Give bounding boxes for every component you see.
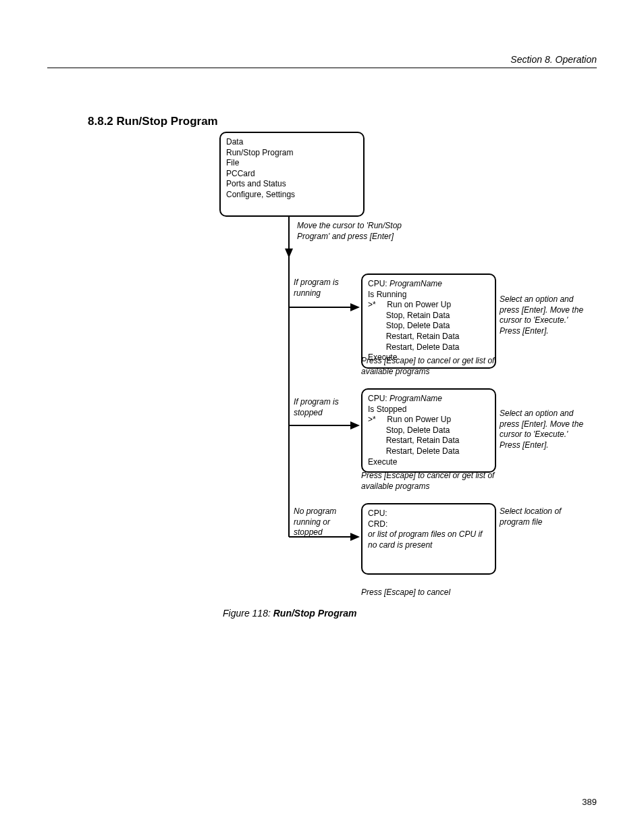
box-line: CPU: ProgramName	[368, 394, 489, 405]
box-line: CPU: ProgramName	[368, 279, 489, 290]
menu-item: File	[226, 158, 358, 169]
box-line: Stop, Delete Data	[368, 425, 489, 436]
page-number: 389	[582, 797, 597, 807]
box-line: Restart, Retain Data	[368, 436, 489, 446]
stopped-box: CPU: ProgramName Is Stopped >* Run on Po…	[361, 388, 496, 473]
text-progname: ProgramName	[390, 394, 442, 403]
menu-box: Data Run/Stop Program File PCCard Ports …	[219, 132, 365, 217]
figure-prefix: Figure 118:	[223, 608, 273, 619]
box-line: Execute	[368, 457, 489, 468]
label-move-cursor: Move the cursor to 'Run/Stop Program' an…	[297, 221, 405, 242]
menu-item: Configure, Settings	[226, 190, 358, 201]
box-line: Is Running	[368, 290, 489, 301]
header-rule	[47, 68, 597, 68]
figure-caption: Figure 118: Run/Stop Program	[223, 608, 356, 619]
box-line: Is Stopped	[368, 405, 489, 415]
label-running-escape: Press [Escape] to cancel or get list of …	[361, 356, 496, 377]
label-no-program: No program running or stopped	[294, 506, 354, 538]
box-line: >* Run on Power Up	[368, 300, 489, 311]
label-stopped-note: Select an option and press [Enter]. Move…	[500, 409, 587, 450]
menu-item: PCCard	[226, 169, 358, 180]
text-cpu: CPU:	[368, 279, 387, 288]
box-line: CRD:	[368, 519, 489, 530]
menu-item: Run/Stop Program	[226, 148, 358, 159]
menu-item: Ports and Status	[226, 179, 358, 190]
label-noprog-escape: Press [Escape] to cancel	[361, 588, 496, 598]
box-line: Restart, Delete Data	[368, 342, 489, 353]
noprog-box: CPU: CRD: or list of program files on CP…	[361, 503, 496, 575]
label-running-note: Select an option and press [Enter]. Move…	[500, 294, 587, 336]
label-if-running: If program is running	[294, 278, 354, 298]
menu-item: Data	[226, 137, 358, 148]
figure-title: Run/Stop Program	[273, 608, 357, 619]
box-line: Stop, Retain Data	[368, 311, 489, 321]
text-cpu: CPU:	[368, 394, 387, 403]
running-box: CPU: ProgramName Is Running >* Run on Po…	[361, 273, 496, 369]
box-line: Restart, Retain Data	[368, 332, 489, 342]
box-line: >* Run on Power Up	[368, 415, 489, 425]
box-line: or list of program files on CPU if no ca…	[368, 529, 489, 550]
box-line: Restart, Delete Data	[368, 446, 489, 457]
section-title: 8.8.2 Run/Stop Program	[88, 115, 218, 128]
label-stopped-escape: Press [Escape] to cancel or get list of …	[361, 471, 496, 492]
text-progname: ProgramName	[390, 279, 442, 288]
box-line: CPU:	[368, 509, 489, 519]
label-if-stopped: If program is stopped	[294, 397, 354, 418]
box-line: Stop, Delete Data	[368, 321, 489, 332]
header-section: Section 8. Operation	[510, 54, 597, 65]
label-noprog-note: Select location of program file	[500, 506, 581, 527]
